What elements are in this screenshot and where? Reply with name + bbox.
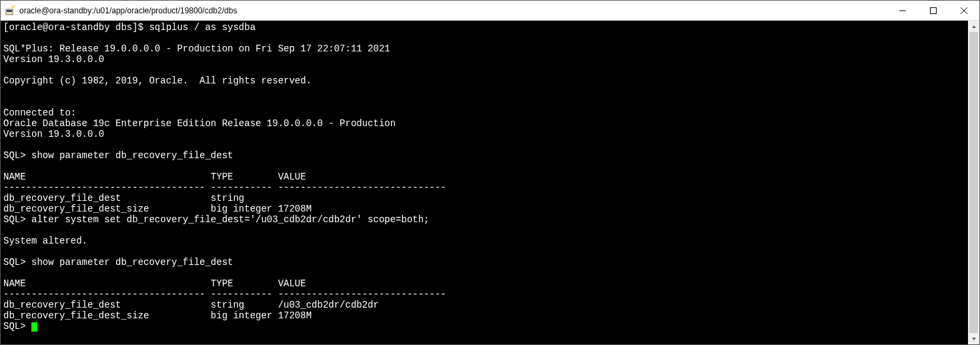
terminal[interactable]: [oracle@ora-standby dbs]$ sqlplus / as s… [1,21,968,344]
terminal-line: SQL*Plus: Release 19.0.0.0.0 - Productio… [3,43,965,54]
vertical-scrollbar[interactable] [968,21,979,344]
terminal-line: NAME TYPE VALUE [3,278,965,289]
terminal-line: db_recovery_file_dest string /u03_cdb2dr… [3,300,965,310]
window-controls [887,1,979,20]
terminal-line: ------------------------------------ ---… [3,182,965,193]
maximize-button[interactable] [918,1,949,20]
terminal-line: db_recovery_file_dest_size big integer 1… [3,204,965,214]
terminal-line: db_recovery_file_dest_size big integer 1… [3,310,965,321]
terminal-line: Connected to: [3,107,965,118]
svg-marker-9 [972,338,976,340]
terminal-line: NAME TYPE VALUE [3,171,965,182]
terminal-line: SQL> show parameter db_recovery_file_des… [3,150,965,161]
scroll-up-button[interactable] [968,21,979,32]
terminal-line [3,268,965,278]
terminal-cursor [31,322,37,332]
scroll-track[interactable] [968,32,979,333]
terminal-prompt-line: SQL> [3,321,965,332]
terminal-line [3,97,965,107]
terminal-line [3,246,965,257]
terminal-line: Version 19.3.0.0.0 [3,54,965,65]
terminal-line [3,161,965,171]
svg-rect-1 [7,10,12,12]
terminal-line [3,139,965,150]
terminal-line [3,225,965,236]
close-button[interactable] [949,1,979,20]
scroll-thumb[interactable] [969,32,978,333]
terminal-line: db_recovery_file_dest string [3,193,965,204]
terminal-line: SQL> show parameter db_recovery_file_des… [3,257,965,268]
terminal-line: ------------------------------------ ---… [3,289,965,300]
terminal-line [3,33,965,43]
titlebar: oracle@ora-standby:/u01/app/oracle/produ… [1,1,979,21]
terminal-line: System altered. [3,236,965,246]
svg-marker-8 [972,25,976,28]
terminal-line [3,86,965,97]
svg-rect-5 [931,7,937,13]
terminal-line: Oracle Database 19c Enterprise Edition R… [3,118,965,129]
terminal-line: Version 19.3.0.0.0 [3,129,965,139]
app-window: oracle@ora-standby:/u01/app/oracle/produ… [0,0,980,345]
terminal-line: Copyright (c) 1982, 2019, Oracle. All ri… [3,75,965,86]
sql-prompt: SQL> [3,321,31,332]
putty-icon [5,5,15,16]
terminal-area: [oracle@ora-standby dbs]$ sqlplus / as s… [1,21,979,344]
window-title: oracle@ora-standby:/u01/app/oracle/produ… [19,6,887,15]
terminal-line: SQL> alter system set db_recovery_file_d… [3,214,965,225]
terminal-line [3,65,965,75]
terminal-line: [oracle@ora-standby dbs]$ sqlplus / as s… [3,22,965,33]
scroll-down-button[interactable] [968,333,979,344]
minimize-button[interactable] [887,1,918,20]
